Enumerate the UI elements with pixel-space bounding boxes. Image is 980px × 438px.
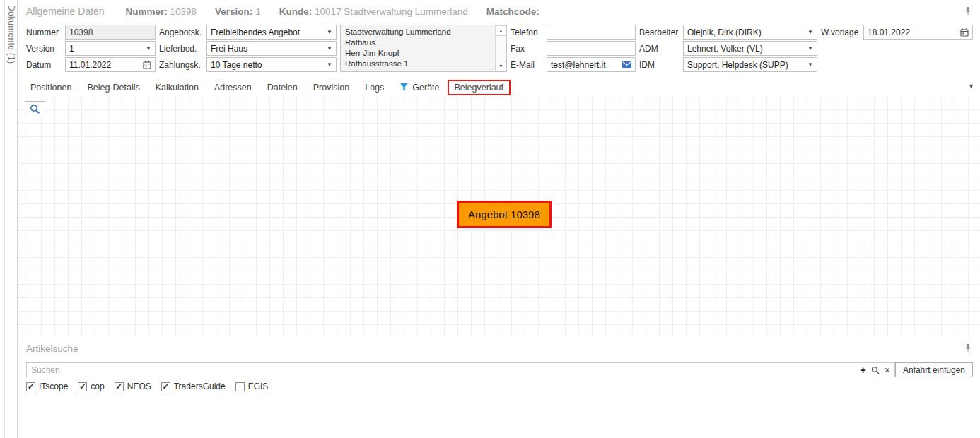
checkbox[interactable]: [235, 382, 245, 391]
wvorlage-value: 18.01.2022: [868, 28, 910, 37]
header-version-label: Version:: [215, 6, 252, 17]
tab-adressen[interactable]: Adressen: [206, 80, 259, 95]
tab-kalkulation[interactable]: Kalkulation: [148, 80, 206, 95]
adm-label: ADM: [639, 41, 679, 56]
nummer-label: Nummer: [26, 25, 62, 40]
tab-provision[interactable]: Provision: [305, 80, 357, 95]
idm-value: Support, Helpdesk (SUPP): [687, 60, 788, 70]
header-version-value: 1: [255, 6, 261, 17]
tab-label: Kalkulation: [156, 83, 199, 93]
article-search-box[interactable]: [26, 362, 895, 377]
tab-dateien[interactable]: Dateien: [259, 80, 305, 95]
telefon-input[interactable]: [551, 28, 631, 37]
adm-value: Lehnert, Volker (VL): [687, 44, 763, 54]
wvorlage-label: W.vorlage: [821, 25, 860, 40]
article-search-row: Anfahrt einfügen: [26, 362, 973, 377]
documents-dock-strip[interactable]: Dokumente (1): [4, 0, 18, 438]
angebotsk-select[interactable]: Freibleibendes Angebot▼: [206, 25, 337, 40]
header-nummer: Nummer: 10398: [126, 6, 197, 17]
checkbox-label: EGIS: [248, 381, 269, 391]
chevron-down-icon[interactable]: ▼: [324, 29, 332, 35]
chevron-down-icon[interactable]: ▼: [805, 45, 813, 52]
bearbeiter-label: Bearbeiter: [639, 25, 679, 40]
fax-label: Fax: [511, 41, 543, 56]
search-icon: [30, 104, 40, 114]
version-label: Version: [26, 41, 62, 56]
header-kunde-label: Kunde:: [279, 6, 313, 17]
header-kunde-value: 10017 Stadtverwaltung Lummerland: [315, 6, 468, 17]
document-tab-bar: Positionen Beleg-Details Kalkulation Adr…: [18, 78, 980, 97]
adm-select[interactable]: Lehnert, Volker (VL)▼: [683, 41, 817, 56]
source-egis[interactable]: EGIS: [235, 381, 269, 391]
belegverlauf-canvas[interactable]: Angebot 10398: [18, 97, 980, 336]
tab-label: Belegverlauf: [455, 83, 504, 93]
record-title-bar: Allgemeine Daten Nummer: 10398 Version: …: [18, 0, 980, 23]
header-matchcode: Matchcode:: [486, 6, 539, 17]
version-select[interactable]: 1▼: [65, 41, 156, 56]
email-label: E-Mail: [511, 57, 543, 72]
header-version: Version: 1: [215, 6, 261, 17]
tab-overflow-chevron-icon[interactable]: ▼: [968, 83, 974, 90]
telefon-field[interactable]: [547, 25, 636, 40]
checkbox[interactable]: [78, 382, 87, 391]
source-neos[interactable]: NEOS: [115, 381, 151, 391]
email-field[interactable]: [547, 57, 636, 72]
datum-value: 11.01.2022: [69, 60, 111, 70]
artikelsuche-title: Artikelsuche: [18, 336, 980, 354]
nummer-field[interactable]: 10398: [65, 25, 156, 40]
scroll-down-icon[interactable]: ▼: [496, 61, 506, 71]
email-input[interactable]: [551, 60, 622, 70]
fax-input[interactable]: [551, 44, 631, 54]
tab-beleg-details[interactable]: Beleg-Details: [79, 80, 147, 95]
bearbeiter-select[interactable]: Olejnik, Dirk (DIRK)▼: [683, 25, 817, 40]
chevron-down-icon[interactable]: ▼: [324, 61, 332, 68]
address-line: Rathaus: [345, 37, 491, 48]
main-area: Allgemeine Daten Nummer: 10398 Version: …: [18, 0, 980, 438]
general-data-form: Nummer 10398 Angebotsk. Freibleibendes A…: [18, 23, 980, 78]
tab-geraete[interactable]: Geräte: [392, 80, 447, 95]
chevron-down-icon[interactable]: ▼: [805, 61, 813, 68]
checkbox[interactable]: [115, 382, 124, 391]
fax-field[interactable]: [547, 41, 636, 56]
tab-logs[interactable]: Logs: [357, 80, 392, 95]
checkbox[interactable]: [161, 382, 170, 391]
anfahrt-einfuegen-button[interactable]: Anfahrt einfügen: [895, 362, 973, 377]
tab-label: Beleg-Details: [87, 83, 139, 93]
lieferbed-label: Lieferbed.: [159, 41, 203, 56]
mail-icon[interactable]: [622, 61, 631, 68]
source-itscope[interactable]: ITscope: [26, 381, 68, 391]
header-nummer-label: Nummer:: [126, 6, 168, 17]
zoom-button[interactable]: [25, 101, 45, 117]
tab-positionen[interactable]: Positionen: [23, 80, 79, 95]
page-title: Allgemeine Daten: [26, 6, 105, 17]
calendar-icon[interactable]: [143, 61, 151, 69]
scroll-up-icon[interactable]: ▲: [496, 25, 506, 36]
angebotsk-label: Angebotsk.: [159, 25, 203, 40]
calendar-icon[interactable]: [960, 28, 969, 37]
chevron-down-icon[interactable]: ▼: [805, 29, 813, 35]
document-node-angebot[interactable]: Angebot 10398: [457, 201, 552, 228]
checkbox[interactable]: [26, 382, 35, 391]
address-scrollbar[interactable]: ▲ ▼: [495, 25, 506, 71]
source-cop[interactable]: cop: [78, 381, 104, 391]
wvorlage-field[interactable]: 18.01.2022: [863, 25, 973, 40]
close-icon[interactable]: [885, 365, 890, 376]
source-tradersguide[interactable]: TradersGuide: [161, 381, 226, 391]
search-input[interactable]: [31, 365, 856, 375]
chevron-down-icon[interactable]: ▼: [143, 45, 151, 52]
funnel-icon: [399, 83, 409, 92]
pin-icon[interactable]: [964, 343, 972, 353]
header-nummer-value: 10398: [170, 6, 197, 17]
pin-icon[interactable]: [964, 6, 972, 16]
idm-select[interactable]: Support, Helpdesk (SUPP)▼: [683, 57, 817, 72]
address-box[interactable]: Stadtverwaltung Lummerland Rathaus Herr …: [340, 25, 507, 72]
datum-field[interactable]: 11.01.2022: [65, 57, 156, 72]
zahlungsk-select[interactable]: 10 Tage netto▼: [206, 57, 337, 72]
documents-dock-label[interactable]: Dokumente (1): [6, 0, 16, 64]
chevron-down-icon[interactable]: ▼: [324, 45, 332, 52]
add-icon[interactable]: [861, 365, 866, 376]
search-icon[interactable]: [871, 366, 880, 374]
lieferbed-select[interactable]: Frei Haus▼: [206, 41, 337, 56]
application-window: Dokumente (1) Allgemeine Daten Nummer: 1…: [0, 0, 980, 438]
tab-belegverlauf[interactable]: Belegverlauf: [448, 80, 511, 95]
